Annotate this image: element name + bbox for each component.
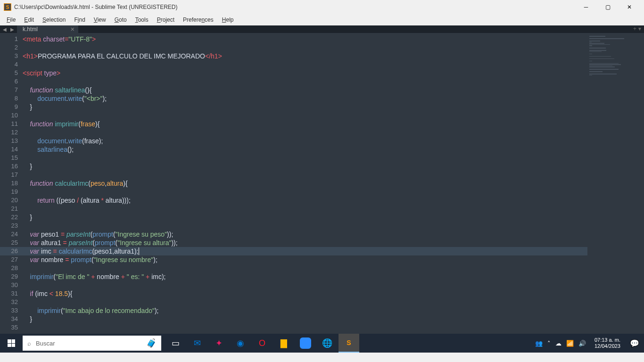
minimize-button[interactable]: ─ <box>575 0 597 14</box>
code-content[interactable]: <meta charset="UTF-8"> <h1>PROGRAMA PARA… <box>23 33 587 334</box>
close-button[interactable]: ✕ <box>619 0 640 14</box>
minimap[interactable] <box>587 33 644 334</box>
notifications-icon[interactable]: 💬 <box>625 339 644 348</box>
explorer-icon[interactable]: ▇ <box>273 334 294 353</box>
mail-icon[interactable]: ✉ <box>187 334 207 353</box>
maximize-button[interactable]: ▢ <box>597 0 619 14</box>
menu-tools[interactable]: Tools <box>132 16 152 24</box>
tab-menu-icon[interactable]: ▾ <box>638 25 641 32</box>
editor: ◀ ▶ k.html × + ▾ 12345678910111213141516… <box>0 25 644 334</box>
menu-selection[interactable]: Selection <box>39 16 69 24</box>
search-placeholder: Buscar <box>36 340 55 347</box>
window-controls: ─ ▢ ✕ <box>575 0 640 14</box>
menu-help[interactable]: Help <box>218 16 238 24</box>
tab-khtml[interactable]: k.html × <box>17 25 78 33</box>
taskbar: ⌕ Buscar 🧳 ▭ ✉ ✦ ◉ O ▇ ▪ 🌐 S 👥 ˄ ☁ 📶 🔊 0… <box>0 334 644 353</box>
taskbar-search[interactable]: ⌕ Buscar 🧳 <box>23 336 161 351</box>
taskbar-apps: ▭ ✉ ✦ ◉ O ▇ ▪ 🌐 S <box>165 334 359 353</box>
code-area[interactable]: 1234567891011121314151617181920212223242… <box>0 33 644 334</box>
menu-file[interactable]: File <box>3 16 19 24</box>
tab-nav: ◀ ▶ <box>0 25 17 33</box>
app-icon: S <box>4 3 11 11</box>
start-button[interactable] <box>0 334 23 353</box>
menu-preferences[interactable]: Preferences <box>179 16 217 24</box>
menu-view[interactable]: View <box>90 16 110 24</box>
tray-wifi-icon[interactable]: 📶 <box>566 340 574 347</box>
window-title: C:\Users\pc\Downloads\k.html - Sublime T… <box>14 4 575 10</box>
edge-icon[interactable]: ◉ <box>230 334 251 353</box>
titlebar: S C:\Users\pc\Downloads\k.html - Sublime… <box>0 0 644 14</box>
tray-people-icon[interactable]: 👥 <box>535 340 543 347</box>
zoom-icon[interactable]: ▪ <box>300 337 311 349</box>
system-tray: 👥 ˄ ☁ 📶 🔊 07:13 a. m. 12/04/2023 💬 <box>531 334 644 353</box>
tray-onedrive-icon[interactable]: ☁ <box>555 340 561 347</box>
tray-chevron-icon[interactable]: ˄ <box>547 340 551 347</box>
windows-logo-icon <box>8 339 15 347</box>
tab-actions: + ▾ <box>633 25 641 32</box>
line-gutter: 1234567891011121314151617181920212223242… <box>0 33 23 334</box>
search-decoration-icon: 🧳 <box>146 338 157 348</box>
tray-volume-icon[interactable]: 🔊 <box>578 340 586 347</box>
search-icon: ⌕ <box>27 340 31 347</box>
sublime-icon[interactable]: S <box>339 334 359 353</box>
new-tab-icon[interactable]: + <box>633 25 636 32</box>
menubar: File Edit Selection Find View Goto Tools… <box>0 14 644 25</box>
tab-prev-icon[interactable]: ◀ <box>1 25 8 33</box>
opera-icon[interactable]: O <box>252 334 272 353</box>
taskview-icon[interactable]: ▭ <box>165 334 186 353</box>
menu-find[interactable]: Find <box>70 16 89 24</box>
clock-date: 12/04/2023 <box>594 343 620 349</box>
chrome-icon[interactable]: 🌐 <box>317 334 338 353</box>
tabbar: ◀ ▶ k.html × + ▾ <box>0 25 644 33</box>
tab-close-icon[interactable]: × <box>71 25 74 33</box>
app-icon-1[interactable]: ✦ <box>208 334 229 353</box>
menu-goto[interactable]: Goto <box>111 16 131 24</box>
menu-edit[interactable]: Edit <box>20 16 38 24</box>
menu-project[interactable]: Project <box>153 16 178 24</box>
tab-label: k.html <box>23 26 38 33</box>
clock-time: 07:13 a. m. <box>594 337 620 343</box>
tab-next-icon[interactable]: ▶ <box>8 25 16 33</box>
taskbar-clock[interactable]: 07:13 a. m. 12/04/2023 <box>590 337 625 349</box>
